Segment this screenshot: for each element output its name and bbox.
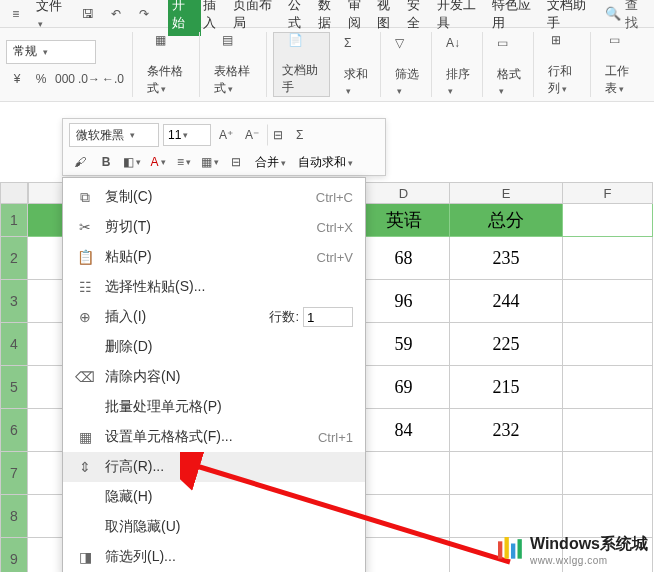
undo-icon[interactable]: ↶	[104, 2, 128, 26]
hdr-english[interactable]: 英语	[358, 204, 450, 237]
row-header-3[interactable]: 3	[0, 280, 28, 323]
align-icon[interactable]: ≡	[173, 151, 195, 173]
tab-insert[interactable]: 插入	[201, 0, 231, 36]
col-header-e[interactable]: E	[450, 182, 563, 204]
cell-english[interactable]: 59	[358, 323, 450, 366]
col-header-d[interactable]: D	[358, 182, 450, 204]
tab-formula[interactable]: 公式	[286, 0, 316, 36]
tab-data[interactable]: 数据	[316, 0, 346, 36]
autosum-label[interactable]: 自动求和	[298, 154, 353, 171]
menu-copy[interactable]: ⧉复制(C)Ctrl+C	[63, 182, 365, 212]
dec-font-icon[interactable]: A⁻	[241, 124, 263, 146]
cell[interactable]	[563, 323, 653, 366]
menu-paste-special[interactable]: ☷选择性粘贴(S)...	[63, 272, 365, 302]
sum-icon: Σ	[344, 36, 372, 64]
menu-format-cells[interactable]: ▦设置单元格格式(F)...Ctrl+1	[63, 422, 365, 452]
currency-icon[interactable]: ¥	[6, 68, 28, 90]
cell[interactable]	[450, 452, 563, 495]
cell[interactable]	[563, 280, 653, 323]
format-painter-icon[interactable]: 🖌	[69, 151, 91, 173]
menu-cut[interactable]: ✂剪切(T)Ctrl+X	[63, 212, 365, 242]
tab-features[interactable]: 特色应用	[490, 0, 545, 36]
app-menu-icon[interactable]: ≡	[4, 2, 28, 26]
thousands-icon[interactable]: 000	[54, 68, 76, 90]
group-rowcol[interactable]: ⊞行和列	[540, 32, 592, 97]
border-icon[interactable]: ▦	[199, 151, 221, 173]
search-box[interactable]: 🔍 查找	[605, 0, 650, 32]
cell-english[interactable]: 68	[358, 237, 450, 280]
font-color-icon[interactable]: A	[147, 151, 169, 173]
cell[interactable]	[450, 495, 563, 538]
fill-color-icon[interactable]: ◧	[121, 151, 143, 173]
tab-review[interactable]: 审阅	[346, 0, 376, 36]
cell-english[interactable]: 84	[358, 409, 450, 452]
menu-hide[interactable]: 隐藏(H)	[63, 482, 365, 512]
row-header-4[interactable]: 4	[0, 323, 28, 366]
cell-total[interactable]: 232	[450, 409, 563, 452]
menu-batch[interactable]: 批量处理单元格(P)	[63, 392, 365, 422]
dec-decimal-icon[interactable]: ←.0	[102, 68, 124, 90]
redo-icon[interactable]: ↷	[132, 2, 156, 26]
font-size-select[interactable]: 11	[163, 124, 211, 146]
menu-clear[interactable]: ⌫清除内容(N)	[63, 362, 365, 392]
row-header-5[interactable]: 5	[0, 366, 28, 409]
group-table-style[interactable]: ▤表格样式	[206, 32, 267, 97]
row-header-6[interactable]: 6	[0, 409, 28, 452]
tab-view[interactable]: 视图	[375, 0, 405, 36]
row-header-2[interactable]: 2	[0, 237, 28, 280]
hdr-total[interactable]: 总分	[450, 204, 563, 237]
group-sort[interactable]: A↓排序	[438, 32, 483, 97]
merge-label[interactable]: 合并	[255, 154, 286, 171]
menu-insert[interactable]: ⊕插入(I)行数:	[63, 302, 365, 332]
tab-page-layout[interactable]: 页面布局	[231, 0, 286, 36]
cell[interactable]	[563, 366, 653, 409]
cell-f1[interactable]	[563, 204, 653, 237]
group-sum[interactable]: Σ求和	[336, 32, 381, 97]
menu-delete[interactable]: 删除(D)	[63, 332, 365, 362]
tab-dev[interactable]: 开发工具	[435, 0, 490, 36]
row-header-9[interactable]: 9	[0, 538, 28, 572]
cell-english[interactable]: 96	[358, 280, 450, 323]
file-menu[interactable]: 文件	[32, 0, 73, 30]
menu-unhide[interactable]: 取消隐藏(U)	[63, 512, 365, 542]
bold-icon[interactable]: B	[95, 151, 117, 173]
cell-total[interactable]: 244	[450, 280, 563, 323]
number-format-select[interactable]: 常规	[6, 40, 96, 64]
menu-row-height[interactable]: ⇕行高(R)...	[63, 452, 365, 482]
rows-input[interactable]	[303, 307, 353, 327]
cell[interactable]	[358, 452, 450, 495]
cell[interactable]	[563, 495, 653, 538]
cell-english[interactable]: 69	[358, 366, 450, 409]
group-format[interactable]: ▭格式	[489, 32, 534, 97]
group-filter[interactable]: ▽筛选	[387, 32, 432, 97]
cell[interactable]	[358, 495, 450, 538]
inc-font-icon[interactable]: A⁺	[215, 124, 237, 146]
select-all-corner[interactable]	[0, 182, 28, 204]
cell-total[interactable]: 235	[450, 237, 563, 280]
cell[interactable]	[563, 409, 653, 452]
group-sheet[interactable]: ▭工作表	[597, 32, 648, 97]
tab-security[interactable]: 安全	[405, 0, 435, 36]
row-header-8[interactable]: 8	[0, 495, 28, 538]
font-select[interactable]: 微软雅黑	[69, 123, 159, 147]
cell-total[interactable]: 225	[450, 323, 563, 366]
row-header-1[interactable]: 1	[0, 204, 28, 237]
cell[interactable]	[563, 452, 653, 495]
group-cond-format[interactable]: ▦条件格式	[139, 32, 200, 97]
tab-home[interactable]: 开始	[168, 0, 202, 36]
percent-icon[interactable]: %	[30, 68, 52, 90]
save-icon[interactable]: 🖫	[76, 2, 100, 26]
menu-filter-col[interactable]: ◨筛选列(L)...	[63, 542, 365, 572]
menu-paste[interactable]: 📋粘贴(P)Ctrl+V	[63, 242, 365, 272]
cell[interactable]	[358, 538, 450, 572]
merge-cells-icon[interactable]: ⊟	[225, 151, 247, 173]
merge-icon[interactable]: ⊟	[267, 124, 289, 146]
col-header-f[interactable]: F	[563, 182, 653, 204]
group-doc-helper[interactable]: 📄文档助手	[273, 32, 330, 97]
cell-total[interactable]: 215	[450, 366, 563, 409]
tab-doc-helper[interactable]: 文档助手	[545, 0, 600, 36]
row-header-7[interactable]: 7	[0, 452, 28, 495]
autosum-icon[interactable]: Σ	[293, 124, 306, 146]
inc-decimal-icon[interactable]: .0→	[78, 68, 100, 90]
cell[interactable]	[563, 237, 653, 280]
